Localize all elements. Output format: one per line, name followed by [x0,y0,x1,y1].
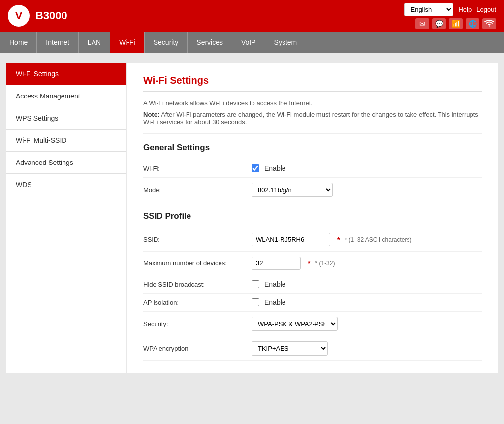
ap-isolation-checkbox[interactable] [252,298,259,306]
brand-name: B3000 [35,9,67,22]
wpa-encryption-row: WPA encryption: TKIP+AES AES TKIP [143,336,482,361]
sidebar-item-wps-settings[interactable]: WPS Settings [6,107,126,130]
max-devices-hint: * (1-32) [315,260,335,267]
header-controls: English Deutsch Français Help Logout [404,3,496,16]
nav-internet[interactable]: Internet [37,32,78,53]
sms-icon: 💬 [432,18,446,29]
ap-isolation-control: Enable [252,298,286,306]
signal-icon: 📶 [449,18,463,29]
status-icons: ✉ 💬 📶 🌐 [415,18,496,29]
language-select[interactable]: English Deutsch Français [404,3,453,16]
ssid-input[interactable] [252,233,330,246]
mode-control: 802.11b/g/n 802.11b/g 802.11n [252,183,333,197]
ssid-label: SSID: [143,236,252,243]
security-select[interactable]: WPA-PSK & WPA2-PSK WPA2-PSK WPA-PSK None [252,317,338,331]
ap-isolation-enable-label: Enable [264,298,286,306]
nav-voip[interactable]: VoIP [232,32,265,53]
help-link[interactable]: Help [458,6,472,13]
max-devices-asterisk: * [308,260,310,267]
wpa-enc-control: TKIP+AES AES TKIP [252,341,328,356]
ap-isolation-row: AP isolation: Enable [143,294,482,312]
nav-lan[interactable]: LAN [79,32,110,53]
header: V B3000 English Deutsch Français Help Lo… [0,0,504,32]
note-label: Note: [143,111,159,118]
ap-isolation-label: AP isolation: [143,299,252,306]
svg-text:V: V [15,9,23,22]
wpa-enc-label: WPA encryption: [143,345,252,352]
content-area: Wi-Fi Settings A Wi-Fi network allows Wi… [127,63,498,373]
sidebar-item-wds[interactable]: WDS [6,174,126,196]
wifi-enable-checkbox[interactable] [252,164,259,172]
note-text: Note: After Wi-Fi parameters are changed… [143,111,482,134]
hide-ssid-label: Hide SSID broadcast: [143,281,252,288]
header-links: Help Logout [458,6,496,13]
nav-wifi[interactable]: Wi-Fi [110,32,145,53]
vodafone-logo: V [8,5,30,27]
nav-security[interactable]: Security [145,32,188,53]
email-icon: ✉ [415,18,429,29]
nav-home[interactable]: Home [0,32,37,53]
ssid-hint: * (1–32 ASCII characters) [345,236,411,243]
wifi-enable-label: Enable [264,164,286,172]
sidebar: Wi-Fi Settings Access Management WPS Set… [6,63,126,373]
security-row: Security: WPA-PSK & WPA2-PSK WPA2-PSK WP… [143,312,482,336]
sidebar-item-wifi-multi-ssid[interactable]: Wi-Fi Multi-SSID [6,130,126,152]
max-devices-input[interactable] [252,257,301,270]
ssid-asterisk: * [337,236,340,244]
sidebar-item-access-management[interactable]: Access Management [6,85,126,107]
max-devices-row: Maximum number of devices: * * (1-32) [143,252,482,275]
globe-icon: 🌐 [466,18,479,29]
ssid-row: SSID: * * (1–32 ASCII characters) [143,228,482,252]
sidebar-item-wifi-settings[interactable]: Wi-Fi Settings [6,63,126,85]
ssid-profile-title: SSID Profile [143,211,482,221]
ssid-control: * * (1–32 ASCII characters) [252,233,412,246]
hide-ssid-enable-label: Enable [264,280,286,288]
wifi-enable-row: Wi-Fi: Enable [143,160,482,178]
hide-ssid-control: Enable [252,280,286,288]
note-body: After Wi-Fi parameters are changed, the … [143,111,478,126]
wifi-icon [482,18,496,29]
sidebar-item-advanced-settings[interactable]: Advanced Settings [6,152,126,174]
max-devices-label: Maximum number of devices: [143,260,252,267]
general-settings-title: General Settings [143,143,482,153]
hide-ssid-checkbox[interactable] [252,280,259,288]
nav-services[interactable]: Services [188,32,232,53]
wpa-enc-select[interactable]: TKIP+AES AES TKIP [252,341,328,356]
header-right: English Deutsch Français Help Logout ✉ 💬… [404,3,496,29]
logo-area: V B3000 [8,5,67,27]
info-text: A Wi-Fi network allows Wi-Fi devices to … [143,99,482,107]
main-container: Wi-Fi Settings Access Management WPS Set… [6,63,498,373]
mode-label: Mode: [143,186,252,194]
main-nav: Home Internet LAN Wi-Fi Security Service… [0,32,504,53]
mode-row: Mode: 802.11b/g/n 802.11b/g 802.11n [143,178,482,202]
hide-ssid-row: Hide SSID broadcast: Enable [143,275,482,294]
page-title: Wi-Fi Settings [143,75,482,92]
wifi-enable-control: Enable [252,164,286,172]
security-label: Security: [143,320,252,327]
logout-link[interactable]: Logout [476,6,496,13]
max-devices-control: * * (1-32) [252,257,335,270]
security-control: WPA-PSK & WPA2-PSK WPA2-PSK WPA-PSK None [252,317,338,331]
mode-select[interactable]: 802.11b/g/n 802.11b/g 802.11n [252,183,333,197]
wifi-label: Wi-Fi: [143,165,252,172]
nav-system[interactable]: System [265,32,307,53]
